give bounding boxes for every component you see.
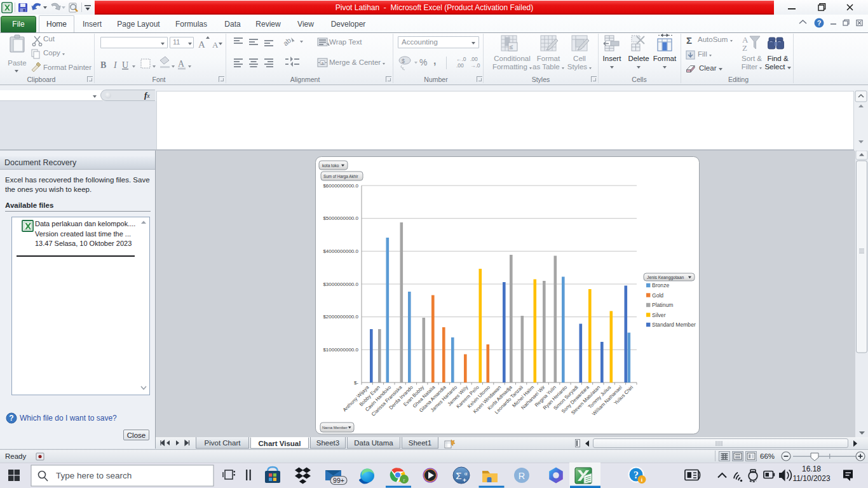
- svg-text:,: ,: [433, 55, 436, 66]
- svg-text:$1000000000.0: $1000000000.0: [323, 347, 358, 353]
- svg-text:.00: .00: [456, 62, 464, 69]
- svg-text:Type here to search: Type here to search: [56, 471, 132, 480]
- svg-text:ab: ab: [281, 36, 292, 47]
- svg-text:$5000000000.0: $5000000000.0: [323, 215, 358, 221]
- svg-text:$2000000000.0: $2000000000.0: [323, 314, 358, 320]
- svg-text:$4000000000.0: $4000000000.0: [323, 248, 358, 254]
- svg-text:r: r: [403, 477, 405, 483]
- svg-text:α: α: [465, 471, 468, 477]
- svg-text:?: ?: [817, 19, 822, 27]
- svg-text:Standard Member: Standard Member: [652, 322, 696, 328]
- svg-text:Silver: Silver: [652, 312, 666, 318]
- svg-text:→.0: →.0: [470, 62, 480, 69]
- svg-text:Nama Member: Nama Member: [322, 426, 348, 430]
- svg-text:A: A: [198, 39, 205, 50]
- svg-text:11/10/2023: 11/10/2023: [792, 474, 830, 483]
- svg-text:kota toko: kota toko: [322, 163, 339, 168]
- svg-text:a: a: [322, 61, 324, 65]
- svg-text:16.18: 16.18: [802, 464, 821, 473]
- svg-text:Bronze: Bronze: [652, 282, 669, 288]
- svg-text:A: A: [178, 59, 185, 69]
- svg-text:B: B: [100, 60, 106, 70]
- svg-text:Jenis Keanggotaan: Jenis Keanggotaan: [647, 275, 684, 280]
- svg-text:.00: .00: [470, 56, 478, 62]
- svg-text:Gold: Gold: [652, 292, 663, 299]
- svg-text:←.0: ←.0: [456, 56, 466, 62]
- svg-text:≤: ≤: [510, 44, 513, 50]
- svg-text:Sum of Harga Akhir: Sum of Harga Akhir: [323, 174, 358, 179]
- svg-text:$-: $-: [354, 380, 358, 386]
- svg-text:Platinum: Platinum: [652, 302, 673, 308]
- svg-text:%: %: [419, 57, 427, 67]
- svg-text:99+: 99+: [333, 477, 344, 484]
- svg-text:I: I: [113, 60, 118, 70]
- svg-text:A: A: [212, 40, 219, 50]
- svg-text:$: $: [402, 58, 405, 64]
- svg-text:Z: Z: [742, 43, 747, 53]
- svg-text:$3000000000.0: $3000000000.0: [323, 281, 358, 287]
- svg-text:?: ?: [9, 414, 13, 423]
- svg-text:Σ: Σ: [456, 470, 461, 481]
- svg-text:$6000000000.0: $6000000000.0: [323, 183, 358, 189]
- svg-text:Σ: Σ: [686, 35, 692, 46]
- svg-text:U: U: [122, 60, 128, 70]
- svg-text:R: R: [519, 471, 525, 481]
